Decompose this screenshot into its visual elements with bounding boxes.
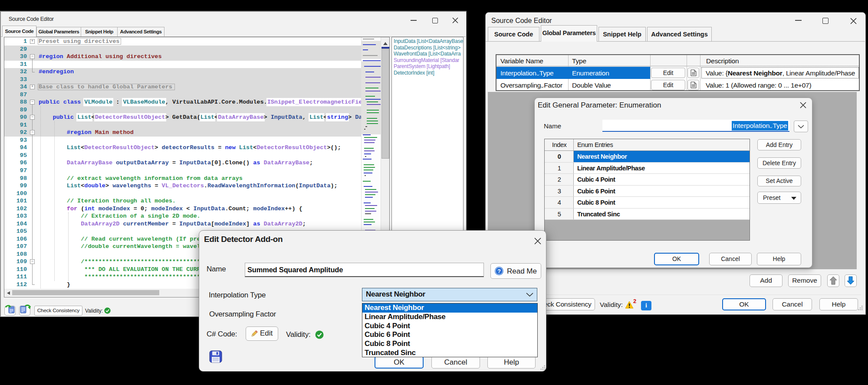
svg-text:?: ? (497, 268, 501, 274)
